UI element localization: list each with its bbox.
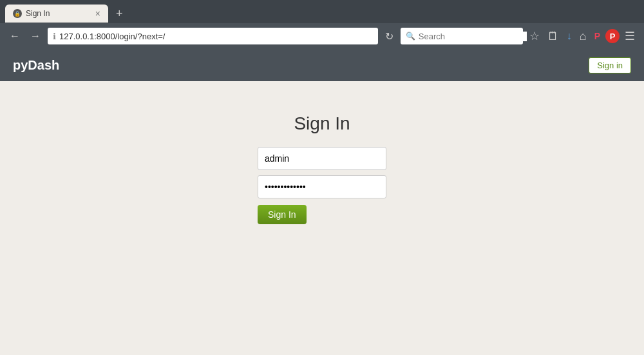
app-container: pyDash Sign in Sign In Sign In — [0, 49, 644, 355]
tab-close-button[interactable]: × — [95, 9, 100, 18]
bookmark-star-icon[interactable]: ☆ — [527, 28, 542, 44]
address-input-wrap[interactable]: ℹ — [48, 28, 378, 44]
pocket-icon[interactable]: P — [592, 30, 603, 43]
forward-button[interactable]: → — [27, 29, 44, 43]
search-wrap[interactable]: 🔍 — [401, 28, 523, 44]
tab-title: Sign In — [26, 9, 91, 18]
sign-in-title: Sign In — [294, 113, 350, 134]
reload-button[interactable]: ↻ — [382, 29, 397, 44]
toolbar-icons: ☆ 🗒 ↓ ⌂ P P ☰ — [527, 28, 638, 44]
search-icon: 🔍 — [406, 32, 415, 41]
back-button[interactable]: ← — [6, 29, 23, 43]
search-input[interactable] — [419, 32, 527, 41]
pinterest-icon[interactable]: P — [605, 29, 620, 43]
sign-in-form: Sign In — [258, 147, 386, 224]
page-content: Sign In Sign In — [0, 81, 644, 224]
navbar-brand: pyDash — [13, 58, 59, 73]
navbar: pyDash Sign in — [0, 49, 644, 81]
active-tab[interactable]: 🔒 Sign In × — [5, 5, 108, 23]
tab-bar: 🔒 Sign In × + — [0, 0, 644, 23]
sign-in-submit-button[interactable]: Sign In — [258, 205, 307, 224]
address-bar: ← → ℹ ↻ 🔍 ☆ 🗒 ↓ ⌂ P P ☰ — [0, 23, 644, 49]
menu-icon[interactable]: ☰ — [622, 28, 638, 44]
password-input[interactable] — [258, 175, 386, 198]
download-icon[interactable]: ↓ — [564, 29, 574, 43]
info-icon: ℹ — [53, 32, 56, 41]
tab-favicon: 🔒 — [13, 9, 22, 18]
home-icon[interactable]: ⌂ — [577, 28, 589, 44]
new-tab-button[interactable]: + — [112, 6, 127, 22]
address-input[interactable] — [59, 32, 373, 41]
browser-chrome: 🔒 Sign In × + ← → ℹ ↻ 🔍 ☆ 🗒 ↓ ⌂ P P ☰ — [0, 0, 644, 49]
reading-list-icon[interactable]: 🗒 — [545, 28, 562, 44]
username-input[interactable] — [258, 147, 386, 170]
navbar-sign-in-button[interactable]: Sign in — [589, 57, 631, 73]
